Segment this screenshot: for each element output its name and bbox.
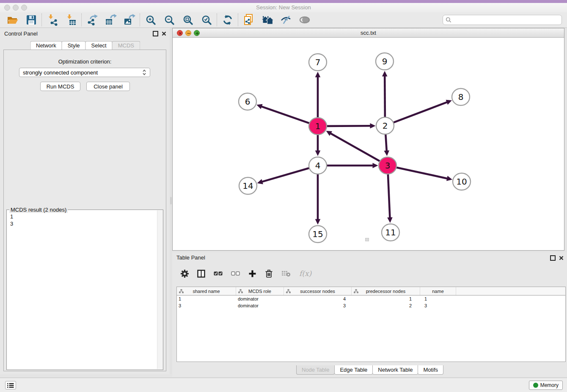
network-canvas[interactable]: 7968124314101511	[173, 38, 564, 250]
tab-style[interactable]: Style	[62, 41, 86, 50]
table-row[interactable]: 1 dominator 4 1 1	[177, 295, 565, 302]
graph-node-3[interactable]: 3	[379, 157, 396, 174]
optimization-criterion-select[interactable]: strongly connected component	[19, 68, 150, 77]
graph-node-4[interactable]: 4	[309, 157, 327, 174]
graph-node-9[interactable]: 9	[376, 53, 394, 70]
minimize-traffic-light[interactable]	[13, 5, 19, 11]
zoom-traffic-light[interactable]	[21, 5, 27, 11]
cell-successor-nodes[interactable]: 4	[284, 296, 352, 301]
close-network-icon[interactable]	[177, 30, 183, 36]
cell-predecessor-nodes[interactable]: 1	[352, 296, 420, 301]
float-table-panel-icon[interactable]	[550, 255, 556, 261]
minimize-network-icon[interactable]	[185, 30, 191, 36]
graph-node-6[interactable]: 6	[239, 93, 256, 110]
graph-node-7[interactable]: 7	[309, 54, 327, 71]
graph-node-10[interactable]: 10	[453, 173, 471, 190]
column-header-successor-nodes[interactable]: successor nodes	[284, 287, 352, 295]
unselect-all-icon[interactable]	[231, 268, 240, 279]
fit-content-icon[interactable]	[179, 13, 197, 27]
column-header-name[interactable]: name	[420, 287, 456, 295]
memory-button[interactable]: Memory	[529, 381, 563, 390]
column-header-shared-name[interactable]: shared name	[177, 287, 236, 295]
graph-node-15[interactable]: 15	[309, 226, 327, 243]
zoom-out-icon[interactable]	[160, 13, 179, 27]
export-image-icon[interactable]	[120, 13, 139, 27]
graph-edge-2-3[interactable]	[385, 133, 387, 151]
home-layout-icon[interactable]	[258, 13, 277, 27]
window-resize-handle[interactable]	[365, 238, 369, 241]
close-table-panel-icon[interactable]	[559, 256, 564, 260]
cell-successor-nodes[interactable]: 3	[284, 303, 352, 308]
refresh-network-icon[interactable]	[218, 13, 237, 27]
graph-node-14[interactable]: 14	[239, 177, 257, 194]
open-session-icon[interactable]	[3, 13, 22, 27]
float-panel-icon[interactable]	[153, 31, 158, 36]
tab-network[interactable]: Network	[30, 41, 62, 50]
graph-edge-2-9[interactable]	[385, 75, 385, 118]
cell-shared-name[interactable]: 1	[177, 296, 236, 301]
column-header-predecessor-nodes[interactable]: predecessor nodes	[352, 287, 420, 295]
show-view-eye-icon[interactable]	[295, 13, 314, 27]
tab-select[interactable]: Select	[85, 41, 113, 50]
search-input[interactable]	[453, 17, 559, 23]
graph-node-11[interactable]: 11	[382, 224, 399, 241]
cell-mcds-role[interactable]: dominator	[236, 296, 284, 301]
graph-node-label: 10	[456, 177, 467, 187]
export-network-icon[interactable]	[83, 13, 102, 27]
graph-node-1[interactable]: 1	[309, 118, 327, 135]
zoom-selected-icon[interactable]	[197, 13, 216, 27]
save-session-icon[interactable]	[22, 13, 41, 27]
splitter-handle[interactable]	[170, 197, 172, 204]
run-mcds-button[interactable]: Run MCDS	[40, 82, 80, 91]
graph-edge-2-8[interactable]	[392, 102, 447, 123]
maximize-network-icon[interactable]	[194, 30, 200, 36]
export-table-icon[interactable]	[102, 13, 120, 27]
result-scrollbar[interactable]	[157, 210, 163, 369]
graph-node-label: 4	[315, 160, 321, 171]
task-history-button[interactable]	[5, 381, 16, 389]
graph-node-label: 11	[385, 227, 396, 237]
graph-edge-1-2[interactable]	[325, 126, 371, 126]
tab-node-table[interactable]: Node Table	[296, 365, 335, 375]
close-panel-icon[interactable]	[162, 31, 166, 36]
table-row[interactable]: 3 dominator 3 2 3	[177, 302, 565, 309]
zoom-in-icon[interactable]	[141, 13, 160, 27]
column-header-mcds-role[interactable]: MCDS role	[236, 287, 284, 295]
show-columns-icon[interactable]	[197, 268, 205, 279]
cell-name[interactable]: 1	[420, 296, 456, 301]
tab-edge-table[interactable]: Edge Table	[334, 365, 373, 375]
graph-edge-3-10[interactable]	[395, 167, 448, 179]
settings-gear-icon[interactable]	[181, 268, 189, 279]
graph-edge-4-14[interactable]	[261, 168, 310, 182]
mcds-result-line: 1	[10, 213, 154, 220]
network-window-title: scc.txt	[173, 28, 564, 37]
delete-column-icon[interactable]	[265, 268, 273, 279]
select-stepper-icon	[142, 69, 146, 75]
hide-panels-eye-icon[interactable]	[277, 13, 295, 27]
graph-node-2[interactable]: 2	[376, 117, 394, 134]
graph-node-label: 2	[383, 121, 388, 131]
import-network-icon[interactable]	[43, 13, 62, 27]
tab-mcds[interactable]: MCDS	[112, 41, 140, 50]
select-all-icon[interactable]	[214, 268, 223, 279]
graph-edge-3-11[interactable]	[388, 173, 390, 218]
graph-edge-3-1[interactable]	[330, 133, 381, 161]
clone-network-icon[interactable]	[239, 13, 258, 27]
cell-shared-name[interactable]: 3	[177, 303, 236, 308]
import-table-icon[interactable]	[62, 13, 80, 27]
search-box[interactable]	[443, 15, 562, 25]
tab-network-table[interactable]: Network Table	[372, 365, 418, 375]
graph-edge-1-6[interactable]	[261, 106, 311, 124]
cell-mcds-role[interactable]: dominator	[236, 303, 284, 308]
cell-name[interactable]: 3	[420, 303, 456, 308]
mcds-result-list[interactable]: 1 3	[7, 211, 157, 370]
cell-predecessor-nodes[interactable]: 2	[352, 303, 420, 308]
main-toolbar	[0, 12, 567, 28]
tab-motifs[interactable]: Motifs	[418, 365, 443, 375]
close-traffic-light[interactable]	[4, 5, 10, 11]
add-column-icon[interactable]	[248, 268, 256, 279]
close-panel-button[interactable]: Close panel	[86, 82, 130, 91]
graph-node-8[interactable]: 8	[452, 88, 470, 105]
network-window-titlebar[interactable]: scc.txt	[173, 28, 564, 38]
graph-node-label: 15	[312, 229, 323, 239]
